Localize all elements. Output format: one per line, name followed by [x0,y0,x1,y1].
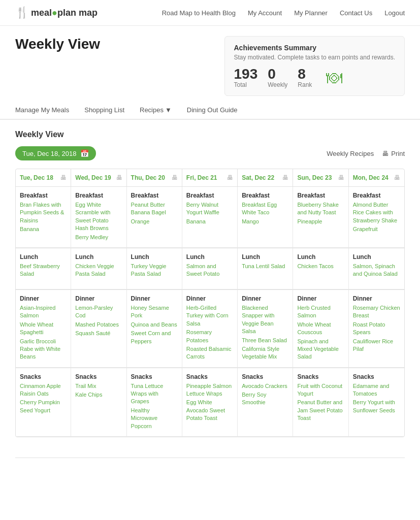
breakfasts-item-2-1[interactable]: Orange [131,218,178,225]
dinners-item-6-1[interactable]: Roast Potato Spears [353,321,400,337]
nav-blog[interactable]: Road Map to Health Blog [162,9,236,17]
lunches-cell-6: LunchSalmon, Spinach and Quinoa Salad [349,248,404,289]
lunches-label-1: Lunch [75,253,122,261]
day-headers: Tue, Dec 18 🖶 Wed, Dec 19 🖶 Thu, Dec 20 … [16,169,404,187]
lunches-label-3: Lunch [186,253,233,261]
snacks-label-1: Snacks [75,373,122,380]
breakfasts-item-3-0[interactable]: Berry Walnut Yogurt Waffle [186,201,233,217]
dinners-item-3-1[interactable]: Rosemary Potatoes [186,329,233,344]
snacks-cell-6: SnacksEdamame and TomatoesBerry Yogurt w… [349,368,404,436]
breakfasts-item-0-0[interactable]: Bran Flakes with Pumpkin Seeds & Raisins [20,201,67,224]
subnav-shopping[interactable]: Shopping List [84,106,124,119]
lunches-item-0-0[interactable]: Beef Strawberry Salad [20,263,67,278]
breakfasts-item-2-0[interactable]: Peanut Butter Banana Bagel [131,201,178,217]
snacks-item-3-0[interactable]: Pineapple Salmon Lettuce Wraps [186,382,233,398]
dinners-item-0-1[interactable]: Whole Wheat Spaghetti [20,321,67,337]
breakfasts-item-1-1[interactable]: Berry Medley [75,234,122,241]
chevron-down-icon: ▼ [165,106,172,114]
breakfasts-cell-2: BreakfastPeanut Butter Banana BagelOrang… [127,187,182,247]
print-day-icon-4[interactable]: 🖶 [282,174,288,181]
printer-icon: 🖶 [382,150,389,157]
dinners-item-6-2[interactable]: Cauliflower Rice Pilaf [353,338,400,353]
snacks-item-6-0[interactable]: Edamame and Tomatoes [353,382,400,398]
breakfasts-label-3: Breakfast [186,192,233,199]
subnav-manage[interactable]: Manage My Meals [15,106,69,119]
lunches-item-6-0[interactable]: Salmon, Spinach and Quinoa Salad [353,263,400,278]
dinners-item-0-2[interactable]: Garlic Broccoli Rabe with White Beans [20,338,67,361]
snacks-item-0-1[interactable]: Cherry Pumpkin Seed Yogurt [20,399,67,414]
dinners-item-3-0[interactable]: Herb-Grilled Turkey with Corn Salsa [186,304,233,328]
lunches-item-4-0[interactable]: Tuna Lentil Salad [242,263,288,270]
breakfasts-item-6-0[interactable]: Almond Butter Rice Cakes with Strawberry… [353,201,400,224]
lunches-label-0: Lunch [20,253,67,261]
weekly-recipes-link[interactable]: Weekly Recipes [327,150,374,157]
print-button[interactable]: 🖶 Print [382,150,405,157]
snacks-item-1-1[interactable]: Kale Chips [75,391,122,399]
dinners-item-1-1[interactable]: Mashed Potatoes [75,321,122,329]
breakfasts-item-5-0[interactable]: Blueberry Shake and Nutty Toast [297,201,344,217]
snacks-item-3-1[interactable]: Egg White Avocado Sweet Potato Toast [186,399,233,422]
dinners-item-4-2[interactable]: California Style Vegetable Mix [242,345,288,361]
breakfasts-item-0-1[interactable]: Banana [20,225,67,233]
snacks-item-2-0[interactable]: Tuna Lettuce Wraps with Grapes [131,382,178,406]
stat-weekly-label: Weekly [268,81,287,88]
snacks-item-5-0[interactable]: Fruit with Coconut Yogurt [297,382,344,398]
dinners-item-2-2[interactable]: Sweet Corn and Peppers [131,330,178,345]
print-day-icon-3[interactable]: 🖶 [227,174,233,181]
print-day-icon-5[interactable]: 🖶 [338,174,344,181]
snacks-item-2-1[interactable]: Healthy Microwave Popcorn [131,407,178,430]
snacks-label-0: Snacks [20,373,67,380]
breakfasts-item-1-0[interactable]: Egg White Scramble with Sweet Potato Has… [75,201,122,233]
date-selector-button[interactable]: Tue, Dec 18, 2018 📅 [15,146,96,160]
subnav-dining[interactable]: Dining Out Guide [187,106,238,119]
print-day-icon-0[interactable]: 🖶 [60,174,67,181]
snacks-item-6-1[interactable]: Berry Yogurt with Sunflower Seeds [353,399,400,414]
dinners-cell-4: DinnerBlackened Snapper with Veggie Bean… [238,290,293,367]
nav-planner[interactable]: My Planner [294,9,328,17]
lunches-item-5-0[interactable]: Chicken Tacos [297,263,344,270]
dinners-cell-6: DinnerRosemary Chicken BreastRoast Potat… [349,290,404,367]
print-day-icon-1[interactable]: 🖶 [116,174,122,181]
subnav-recipes[interactable]: Recipes ▼ [140,106,172,119]
snacks-item-0-0[interactable]: Cinnamon Apple Raisin Oats [20,382,67,398]
nav-account[interactable]: My Account [248,9,282,17]
dinners-item-6-0[interactable]: Rosemary Chicken Breast [353,304,400,320]
breakfasts-item-3-1[interactable]: Banana [186,218,233,225]
lunches-item-3-0[interactable]: Salmon and Sweet Potato [186,263,233,278]
snacks-item-5-1[interactable]: Peanut Butter and Jam Sweet Potato Toast [297,399,344,422]
dinners-item-4-1[interactable]: Three Bean Salad [242,337,288,344]
breakfasts-item-4-1[interactable]: Mango [242,218,288,225]
footer-divider [15,458,405,458]
snacks-item-4-1[interactable]: Berry Soy Smoothie [242,391,288,407]
snacks-item-1-0[interactable]: Trail Mix [75,382,122,390]
dinners-item-4-0[interactable]: Blackened Snapper with Veggie Bean Salsa [242,304,288,336]
nav-logout[interactable]: Logout [384,9,405,17]
weekly-controls: Tue, Dec 18, 2018 📅 Weekly Recipes 🖶 Pri… [15,146,405,160]
dinners-item-1-0[interactable]: Lemon-Parsley Cod [75,304,122,320]
print-day-icon-2[interactable]: 🖶 [172,174,178,181]
day-header-6: Mon, Dec 24 🖶 [349,169,404,186]
dinners-item-0-0[interactable]: Asian-Inspired Salmon [20,304,67,320]
dinners-item-2-1[interactable]: Quinoa and Beans [131,321,178,329]
lunches-cell-5: LunchChicken Tacos [293,248,348,289]
snacks-cell-3: SnacksPineapple Salmon Lettuce WrapsEgg … [182,368,238,436]
dinners-cell-3: DinnerHerb-Grilled Turkey with Corn Sals… [182,290,238,367]
breakfasts-item-4-0[interactable]: Breakfast Egg White Taco [242,201,288,217]
dinners-item-5-2[interactable]: Spinach and Mixed Vegetable Salad [297,338,344,361]
lunches-item-2-0[interactable]: Turkey Veggie Pasta Salad [131,263,178,278]
dinners-item-2-0[interactable]: Honey Sesame Pork [131,304,178,320]
dinners-item-5-1[interactable]: Whole Wheat Couscous [297,321,344,337]
day-header-2: Thu, Dec 20 🖶 [127,169,182,186]
nav-contact[interactable]: Contact Us [340,9,372,17]
breakfasts-item-5-1[interactable]: Pineapple [297,218,344,225]
snacks-item-4-0[interactable]: Avocado Crackers [242,382,288,390]
dinners-item-3-2[interactable]: Roasted Balsamic Carrots [186,345,233,361]
snacks-row: SnacksCinnamon Apple Raisin OatsCherry P… [16,368,404,437]
lunches-cell-2: LunchTurkey Veggie Pasta Salad [127,248,182,289]
lunches-item-1-0[interactable]: Chicken Veggie Pasta Salad [75,263,122,278]
breakfasts-item-6-1[interactable]: Grapefruit [353,225,400,233]
dinners-item-5-0[interactable]: Herb Crusted Salmon [297,304,344,320]
print-day-icon-6[interactable]: 🖶 [394,174,400,181]
selected-date-label: Tue, Dec 18, 2018 [22,150,76,157]
dinners-item-1-2[interactable]: Squash Sauté [75,330,122,337]
